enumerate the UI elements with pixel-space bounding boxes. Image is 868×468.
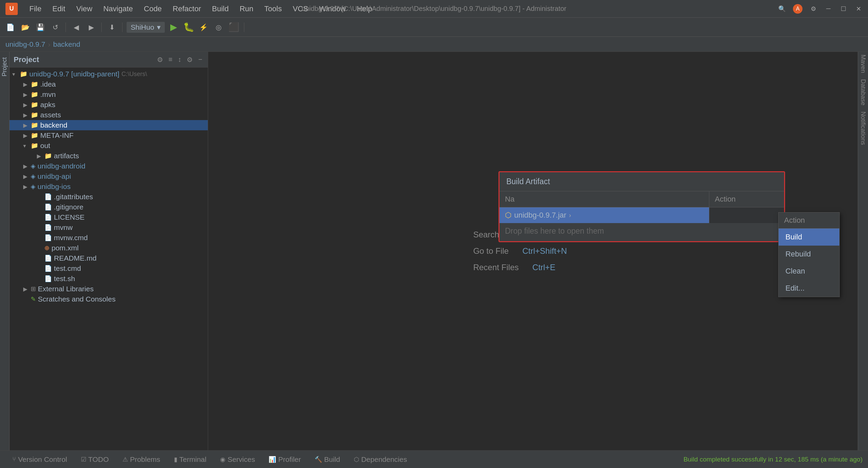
breadcrumb-project[interactable]: unidbg-0.9.7 bbox=[5, 40, 45, 48]
minimize-btn[interactable]: ─ bbox=[824, 5, 833, 13]
settings-btn[interactable]: ⚙ bbox=[809, 5, 818, 13]
run-with-coverage-btn[interactable]: ⚡ bbox=[198, 21, 210, 33]
menu-file[interactable]: File bbox=[25, 3, 46, 15]
menu-navigate[interactable]: Navigate bbox=[99, 3, 138, 15]
list-item[interactable]: ▶ 📁 .idea bbox=[10, 79, 208, 89]
tree-item-label: unidbg-0.9.7 [unidbg-parent] bbox=[29, 70, 119, 78]
refresh-btn[interactable]: ↺ bbox=[49, 21, 61, 33]
list-item[interactable]: ✎ Scratches and Consoles bbox=[10, 294, 208, 304]
vcs-update-btn[interactable]: ⬇ bbox=[106, 21, 118, 33]
menu-build[interactable]: Build bbox=[207, 3, 233, 15]
build-tab[interactable]: 🔨 Build bbox=[308, 451, 347, 468]
back-btn[interactable]: ◀ bbox=[70, 21, 82, 33]
profiler-tab[interactable]: 📊 Profiler bbox=[262, 451, 308, 468]
run-config-selector[interactable]: ShiHuo ▾ bbox=[127, 22, 165, 33]
open-btn[interactable]: 📂 bbox=[19, 21, 31, 33]
window-controls: 🔍 A ⚙ ─ ☐ ✕ bbox=[778, 4, 863, 14]
artifact-name-cell[interactable]: ⬡ unidbg-0.9.7.jar › bbox=[500, 207, 709, 223]
services-tab[interactable]: ◉ Services bbox=[213, 451, 262, 468]
action-clean-item[interactable]: Clean bbox=[779, 263, 839, 280]
menu-view[interactable]: View bbox=[71, 3, 97, 15]
list-item[interactable]: 📄 mvnw.cmd bbox=[10, 233, 208, 243]
debug-button[interactable]: 🐛 bbox=[183, 21, 195, 33]
hint-goto: Go to File Ctrl+Shift+N bbox=[473, 246, 603, 256]
version-control-tab[interactable]: ⑂ Version Control bbox=[5, 451, 74, 468]
action-edit-item[interactable]: Edit... bbox=[779, 280, 839, 297]
panel-settings-icon[interactable]: ⚙ bbox=[156, 55, 164, 64]
list-item[interactable]: ▶ 📁 artifacts bbox=[10, 151, 208, 161]
list-item[interactable]: ▾ 📁 out bbox=[10, 141, 208, 151]
new-file-btn[interactable]: 📄 bbox=[4, 21, 16, 33]
expand-arrow: ▶ bbox=[23, 163, 29, 170]
database-side-tab[interactable]: Database bbox=[858, 76, 868, 108]
project-tab[interactable]: Project bbox=[0, 55, 10, 79]
expand-arrow: ▶ bbox=[23, 173, 29, 180]
menu-run[interactable]: Run bbox=[235, 3, 258, 15]
search-btn[interactable]: 🔍 bbox=[778, 5, 786, 13]
action-header: Action bbox=[779, 213, 839, 229]
main-layout: Project Project ⚙ ≡ ↕ ⚙ − ▾ 📁 unidbg-0.9… bbox=[0, 52, 868, 450]
stop-button[interactable]: ⬛ bbox=[228, 21, 240, 33]
action-submenu[interactable]: Action Build Rebuild Clean Edit... bbox=[778, 212, 840, 297]
list-item[interactable]: ▶ 📁 apks bbox=[10, 100, 208, 110]
restore-btn[interactable]: ☐ bbox=[839, 5, 848, 13]
list-item[interactable]: ▶ 📁 META-INF bbox=[10, 130, 208, 141]
dropdown-icon: ▾ bbox=[157, 23, 161, 31]
list-item[interactable]: 📄 LICENSE bbox=[10, 212, 208, 222]
terminal-tab[interactable]: ▮ Terminal bbox=[167, 451, 213, 468]
expand-arrow: ▶ bbox=[23, 81, 29, 88]
list-item[interactable]: ▶ ◈ unidbg-android bbox=[10, 161, 208, 171]
list-item[interactable]: ▶ 📁 assets bbox=[10, 110, 208, 120]
tree-item-label: .gitignore bbox=[54, 203, 83, 211]
todo-tab[interactable]: ☑ TODO bbox=[74, 451, 116, 468]
maven-side-tab[interactable]: Maven bbox=[858, 52, 868, 76]
file-tree: ▾ 📁 unidbg-0.9.7 [unidbg-parent] C:\User… bbox=[10, 68, 208, 450]
panel-close-icon[interactable]: − bbox=[197, 55, 204, 64]
panel-gear-icon[interactable]: ⚙ bbox=[185, 55, 194, 64]
list-item[interactable]: 📄 README.md bbox=[10, 253, 208, 263]
expand-arrow: ▶ bbox=[23, 112, 29, 118]
close-btn[interactable]: ✕ bbox=[854, 5, 863, 13]
menu-code[interactable]: Code bbox=[139, 3, 167, 15]
problems-tab[interactable]: ⚠ Problems bbox=[116, 451, 167, 468]
recent-files-shortcut: Ctrl+E bbox=[532, 263, 555, 272]
list-item[interactable]: 📄 test.cmd bbox=[10, 263, 208, 274]
menu-tools[interactable]: Tools bbox=[260, 3, 287, 15]
list-item[interactable]: 📄 .gitattributes bbox=[10, 192, 208, 202]
expand-arrow: ▶ bbox=[23, 102, 29, 108]
tree-item-label: assets bbox=[40, 111, 61, 119]
action-rebuild-item[interactable]: Rebuild bbox=[779, 246, 839, 263]
list-item[interactable]: ▶ ◈ unidbg-api bbox=[10, 171, 208, 181]
save-btn[interactable]: 💾 bbox=[34, 21, 46, 33]
forward-btn[interactable]: ▶ bbox=[85, 21, 97, 33]
run-button[interactable]: ▶ bbox=[168, 21, 180, 33]
breadcrumb-folder[interactable]: backend bbox=[53, 40, 80, 48]
app-logo: U bbox=[5, 3, 18, 15]
panel-sort-icon[interactable]: ↕ bbox=[176, 55, 183, 64]
menu-refactor[interactable]: Refactor bbox=[168, 3, 206, 15]
profile-button[interactable]: ◎ bbox=[213, 21, 225, 33]
artifact-table-row[interactable]: ⬡ unidbg-0.9.7.jar › bbox=[500, 207, 784, 223]
tree-item-label: External Libraries bbox=[38, 285, 93, 293]
panel-expand-icon[interactable]: ≡ bbox=[167, 55, 174, 64]
list-item[interactable]: ▶ 📁 .mvn bbox=[10, 89, 208, 100]
user-avatar[interactable]: A bbox=[793, 4, 802, 14]
list-item[interactable]: 📄 .gitignore bbox=[10, 202, 208, 212]
build-label: Build bbox=[324, 455, 340, 464]
list-item[interactable]: ▶ ◈ unidbg-ios bbox=[10, 181, 208, 192]
dependencies-tab[interactable]: ⬡ Dependencies bbox=[347, 451, 414, 468]
list-item[interactable]: ▶ ⊞ External Libraries bbox=[10, 284, 208, 294]
build-artifact-popup[interactable]: Build Artifact Na Action ⬡ unidbg-0.9.7.… bbox=[498, 171, 785, 242]
tree-root-item[interactable]: ▾ 📁 unidbg-0.9.7 [unidbg-parent] C:\User… bbox=[10, 69, 208, 79]
list-item[interactable]: 📄 mvnw bbox=[10, 222, 208, 233]
folder-icon: 📁 bbox=[31, 132, 38, 139]
list-item[interactable]: ⊕ pom.xml bbox=[10, 243, 208, 253]
list-item[interactable]: 📄 test.sh bbox=[10, 274, 208, 284]
build-icon: 🔨 bbox=[315, 456, 322, 463]
list-item[interactable]: ▶ 📁 backend bbox=[10, 120, 208, 130]
tree-item-label: unidbg-ios bbox=[38, 182, 71, 191]
goto-file-shortcut: Ctrl+Shift+N bbox=[522, 246, 567, 256]
action-build-item[interactable]: Build bbox=[779, 229, 839, 246]
notifications-side-tab[interactable]: Notifications bbox=[858, 109, 868, 148]
menu-edit[interactable]: Edit bbox=[47, 3, 70, 15]
